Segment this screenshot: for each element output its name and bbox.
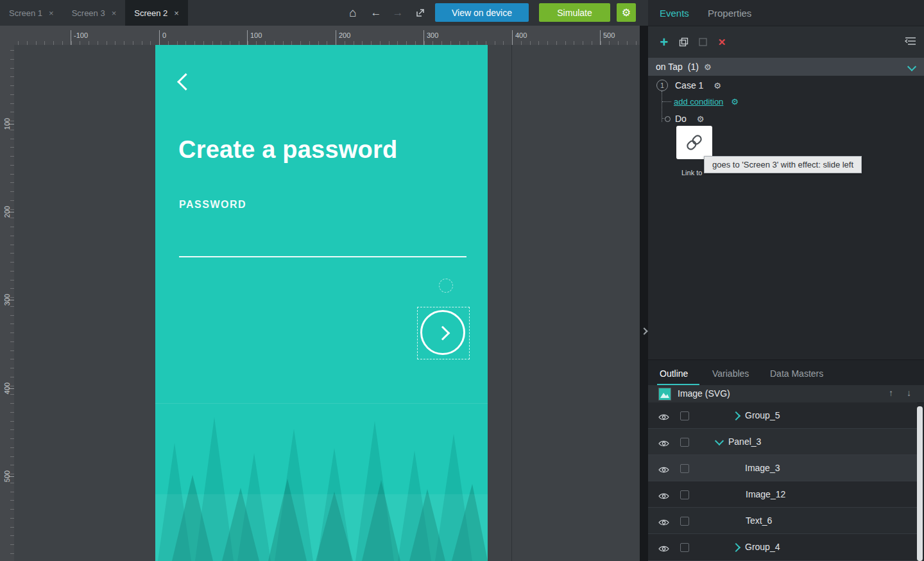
duplicate-event-icon[interactable] bbox=[678, 37, 689, 48]
gear-icon[interactable]: ⚙ bbox=[704, 62, 712, 72]
horizontal-ruler[interactable]: -100 0 100 200 300 400 500 bbox=[14, 26, 640, 46]
image-thumbnail-icon bbox=[658, 388, 671, 401]
case-row[interactable]: Case 1 ⚙ bbox=[675, 80, 721, 91]
visibility-eye-icon[interactable] bbox=[658, 491, 669, 503]
chevron-down-icon[interactable] bbox=[715, 436, 724, 445]
gear-icon[interactable]: ⚙ bbox=[714, 81, 721, 91]
password-field-label[interactable]: PASSWORD bbox=[179, 199, 246, 211]
gear-icon[interactable]: ⚙ bbox=[731, 97, 739, 107]
select-checkbox[interactable] bbox=[680, 543, 689, 552]
ruler-corner bbox=[0, 26, 15, 46]
forward-arrow-icon[interactable]: → bbox=[389, 0, 407, 26]
link-chain-icon bbox=[685, 133, 704, 152]
tree-connector bbox=[662, 91, 662, 122]
tree-connector bbox=[662, 101, 671, 102]
visibility-eye-icon[interactable] bbox=[658, 517, 669, 529]
tab-screen-1[interactable]: Screen 1 × bbox=[0, 0, 63, 26]
close-icon[interactable]: × bbox=[174, 8, 179, 18]
tab-label: Screen 2 bbox=[134, 8, 167, 18]
ruler-label: 400 bbox=[0, 381, 14, 395]
select-checkbox[interactable] bbox=[680, 411, 689, 420]
event-name: on Tap bbox=[656, 62, 683, 72]
outline-row-image-12[interactable]: Image_12 bbox=[648, 481, 917, 508]
outline-row-panel-3[interactable]: Panel_3 bbox=[648, 429, 917, 455]
tab-variables[interactable]: Variables bbox=[712, 368, 749, 379]
outline-scrollbar[interactable] bbox=[917, 406, 923, 561]
event-list-options-icon[interactable] bbox=[905, 37, 916, 48]
event-case-tree: 1 Case 1 ⚙ add condition⚙ Do ⚙ bbox=[648, 76, 924, 359]
outline-row-label: Group_5 bbox=[745, 410, 780, 420]
next-circle-button[interactable] bbox=[420, 310, 465, 355]
rotation-handle[interactable] bbox=[439, 279, 453, 293]
add-event-button[interactable]: + bbox=[658, 37, 670, 48]
selected-element-label: Image (SVG) bbox=[678, 388, 730, 399]
simulate-settings-gear-icon[interactable]: ⚙ bbox=[617, 3, 636, 22]
select-checkbox[interactable] bbox=[680, 490, 689, 499]
outline-row-text-6[interactable]: Text_6 bbox=[648, 508, 917, 534]
app-window: Screen 1 × Screen 3 × Screen 2 × ⌂ ← → V… bbox=[0, 0, 924, 561]
tab-data-masters[interactable]: Data Masters bbox=[770, 368, 823, 379]
outline-row-group-4[interactable]: Group_4 bbox=[648, 534, 917, 561]
chevron-right-icon[interactable] bbox=[732, 543, 740, 552]
event-on-tap-row[interactable]: on Tap (1) ⚙ bbox=[648, 58, 924, 76]
do-bullet bbox=[665, 116, 671, 122]
outline-header-row[interactable]: Image (SVG) ↑ ↓ bbox=[648, 385, 924, 403]
ruler-label: 300 bbox=[0, 293, 14, 307]
visibility-eye-icon[interactable] bbox=[658, 465, 669, 476]
ruler-label: 400 bbox=[512, 30, 527, 45]
events-toolbar: + ✕ bbox=[648, 26, 924, 58]
back-arrow-icon[interactable]: ← bbox=[367, 0, 385, 26]
outline-row-label: Panel_3 bbox=[728, 436, 761, 447]
ruler-label: 300 bbox=[424, 30, 438, 45]
forest-background-image[interactable] bbox=[155, 398, 488, 561]
mobile-screen-artboard[interactable]: Create a password PASSWORD bbox=[155, 45, 488, 561]
paste-event-icon[interactable] bbox=[697, 37, 708, 48]
password-input-underline[interactable] bbox=[179, 256, 466, 257]
vertical-ruler[interactable]: 100 200 300 400 500 bbox=[0, 45, 15, 561]
popout-icon[interactable] bbox=[411, 0, 429, 26]
visibility-eye-icon[interactable] bbox=[658, 544, 669, 555]
visibility-eye-icon[interactable] bbox=[658, 412, 669, 424]
screen-title-text[interactable]: Create a password bbox=[178, 136, 397, 164]
tab-events[interactable]: Events bbox=[660, 8, 689, 19]
back-chevron-icon[interactable] bbox=[177, 73, 194, 91]
move-up-icon[interactable]: ↑ bbox=[889, 388, 893, 398]
ruler-label: 200 bbox=[336, 30, 350, 45]
ruler-label: 200 bbox=[0, 205, 14, 219]
simulate-button[interactable]: Simulate bbox=[539, 3, 610, 22]
select-checkbox[interactable] bbox=[680, 517, 689, 526]
chevron-right-icon[interactable] bbox=[732, 411, 740, 420]
gear-icon[interactable]: ⚙ bbox=[697, 114, 705, 124]
screen-tabs: Screen 1 × Screen 3 × Screen 2 × bbox=[0, 0, 188, 26]
view-on-device-button[interactable]: View on device bbox=[435, 3, 529, 22]
tab-label: Screen 1 bbox=[9, 8, 42, 18]
outline-row-label: Text_6 bbox=[746, 515, 772, 526]
action-tooltip: goes to 'Screen 3' with effect: slide le… bbox=[704, 156, 862, 173]
ruler-label: -100 bbox=[71, 30, 88, 45]
home-icon[interactable]: ⌂ bbox=[344, 0, 362, 26]
close-icon[interactable]: × bbox=[49, 8, 54, 18]
tab-screen-3[interactable]: Screen 3 × bbox=[63, 0, 126, 26]
tab-outline[interactable]: Outline bbox=[660, 368, 688, 379]
link-action-box[interactable] bbox=[676, 126, 712, 159]
ruler-label: 0 bbox=[159, 30, 166, 45]
outline-row-image-3[interactable]: Image_3 bbox=[648, 455, 917, 481]
design-canvas[interactable]: Create a password PASSWORD bbox=[14, 45, 640, 561]
chevron-down-icon[interactable] bbox=[907, 62, 916, 71]
outline-row-label: Group_4 bbox=[745, 542, 780, 552]
tab-properties[interactable]: Properties bbox=[708, 8, 751, 19]
close-icon[interactable]: × bbox=[112, 8, 117, 18]
visibility-eye-icon[interactable] bbox=[658, 438, 669, 450]
add-condition-link[interactable]: add condition⚙ bbox=[674, 97, 739, 107]
tab-screen-2[interactable]: Screen 2 × bbox=[125, 0, 188, 26]
outline-row-group-5[interactable]: Group_5 bbox=[648, 402, 917, 429]
link-to-label: Link to bbox=[681, 169, 702, 177]
delete-event-icon[interactable]: ✕ bbox=[716, 37, 728, 48]
do-row[interactable]: Do ⚙ bbox=[675, 114, 704, 124]
panel-collapse-chevron-icon[interactable] bbox=[640, 327, 647, 334]
do-label: Do bbox=[675, 114, 687, 124]
select-checkbox[interactable] bbox=[680, 438, 689, 447]
select-checkbox[interactable] bbox=[680, 464, 689, 473]
panel-divider bbox=[640, 26, 648, 561]
move-down-icon[interactable]: ↓ bbox=[907, 388, 911, 398]
